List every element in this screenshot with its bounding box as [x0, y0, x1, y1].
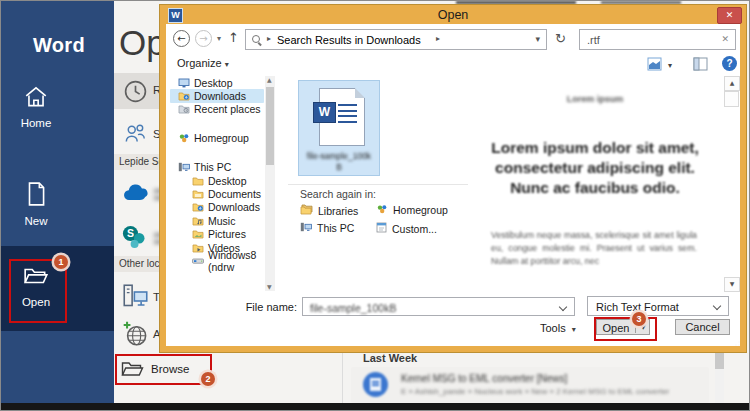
tree-item-label: Desktop [194, 77, 233, 89]
tree-item[interactable]: Homegroup [170, 131, 264, 144]
home-icon [23, 95, 49, 112]
tree-item-selected[interactable]: Downloads [170, 89, 264, 102]
scroll-up-icon[interactable]: ▲ [267, 77, 272, 83]
tree-item-label: Music [208, 215, 235, 227]
search-again-label: This PC [317, 222, 354, 234]
back-button[interactable]: ← [173, 30, 190, 47]
file-type-select[interactable]: Rich Text Format [587, 296, 729, 316]
pictures-folder-icon [192, 229, 204, 239]
tree-scrollbar[interactable]: ▲ ▼ [265, 76, 275, 291]
scroll-down-icon[interactable]: ▼ [267, 284, 272, 290]
help-icon[interactable]: ? [722, 56, 737, 71]
close-icon[interactable]: ✕ [717, 7, 742, 24]
recent-files-group-header: Last Week [363, 352, 417, 364]
homegroup-icon [376, 204, 388, 216]
tree-item-label: Downloads [208, 201, 260, 213]
search-again-thispc[interactable]: This PC [300, 222, 354, 234]
scroll-down-icon[interactable]: ▼ [724, 277, 740, 292]
backstage-divider [342, 349, 343, 405]
combo-dropdown-icon[interactable] [559, 303, 567, 311]
tools-menu[interactable]: Tools ▾ [540, 322, 576, 334]
refresh-icon[interactable]: ↻ [555, 32, 566, 45]
address-bar[interactable]: ▸ Search Results in Downloads ▸ ▾ [245, 29, 547, 50]
file-name-combobox[interactable]: file-sample_100kB [302, 297, 575, 316]
preview-pane: Lorem ipsum Lorem ipsum dolor sit amet, … [481, 76, 723, 292]
this-pc-icon [300, 222, 312, 234]
this-pc-icon [178, 162, 190, 172]
tree-item-label: Documents [208, 188, 261, 200]
cancel-button[interactable]: Cancel [675, 319, 730, 335]
file-name-label: File name: [232, 301, 297, 313]
preview-pane-icon[interactable] [693, 57, 708, 73]
open-file-dialog: W Open ✕ ← → ▾ ↑ ▸ Search Results in Dow… [159, 4, 747, 353]
organize-menu[interactable]: Organize ▾ [177, 57, 229, 69]
sharepoint-icon: S [120, 224, 148, 254]
address-breadcrumb[interactable]: Search Results in Downloads [277, 34, 421, 46]
downloads-folder-icon [178, 91, 190, 101]
sidebar-item-label: New [3, 215, 69, 227]
search-again-custom[interactable]: Custom... [376, 222, 437, 235]
change-view-icon[interactable] [647, 57, 662, 73]
dialog-titlebar[interactable]: W Open ✕ [160, 5, 746, 24]
new-document-icon [25, 193, 47, 210]
tree-item[interactable]: Recent places [170, 103, 264, 116]
search-box[interactable]: .rtf ✕ [579, 29, 736, 50]
tree-item-label: Desktop [208, 175, 247, 187]
recent-file-list-item[interactable]: Kernel MSG to EML converter [News] E » A… [351, 367, 709, 403]
annotation-box-step3 [594, 317, 657, 341]
tree-item-label: Homegroup [194, 132, 249, 144]
tree-item[interactable]: Windows8 (ndrw [170, 254, 264, 267]
search-input-value[interactable]: .rtf [587, 34, 600, 46]
tree-item-label: This PC [194, 161, 231, 173]
app-title: Word [33, 34, 85, 57]
videos-folder-icon [192, 243, 204, 253]
crumb-separator-icon: ▸ [267, 35, 271, 43]
annotation-box-step2 [115, 354, 212, 385]
homegroup-icon [178, 133, 190, 143]
svg-text:S: S [127, 227, 134, 239]
scroll-up-icon[interactable]: ▲ [724, 76, 740, 91]
tree-item[interactable]: This PC [170, 161, 264, 174]
tree-item[interactable]: Desktop [170, 76, 264, 89]
tree-item-label: Pictures [208, 228, 246, 240]
tree-item[interactable]: Music [170, 214, 264, 227]
folder-icon [192, 189, 204, 199]
tree-item-label: Downloads [194, 90, 246, 102]
preview-heading: Lorem ipsum [481, 94, 709, 104]
clock-icon [123, 79, 148, 108]
file-name-value[interactable]: file-sample_100kB [310, 302, 396, 314]
search-again-header: Search again in: [300, 188, 376, 200]
clear-search-icon[interactable]: ✕ [721, 35, 729, 44]
search-again-homegroup[interactable]: Homegroup [376, 204, 448, 216]
resize-grip[interactable] [732, 338, 738, 344]
tools-dropdown-icon: ▾ [572, 325, 576, 334]
sidebar-item-new[interactable]: New [3, 181, 69, 227]
word-document-icon: W [319, 88, 365, 146]
forward-button[interactable]: → [195, 30, 212, 47]
recent-file-title: Kernel MSG to EML converter [News] [401, 373, 567, 384]
tree-item[interactable]: Pictures [170, 228, 264, 241]
sidebar-item-home[interactable]: Home [3, 85, 69, 129]
globe-add-icon [122, 320, 149, 351]
search-again-label: Homegroup [393, 204, 448, 216]
address-dropdown-icon[interactable]: ▾ [535, 35, 540, 44]
file-tile-label: file-sample_100k [299, 151, 379, 161]
crumb-separator-icon: ▸ [436, 35, 440, 43]
tree-item[interactable]: Desktop [170, 174, 264, 187]
up-button[interactable]: ↑ [228, 31, 239, 44]
people-icon [122, 121, 148, 151]
preview-scrollbar[interactable]: ▲ ▼ [724, 76, 738, 292]
custom-location-icon [376, 222, 387, 235]
word-backstage-sidebar: Word Home New Open [1, 1, 114, 405]
history-dropdown-icon[interactable]: ▾ [217, 35, 221, 43]
file-tile-label: B [299, 162, 379, 172]
tree-item[interactable]: Downloads [170, 201, 264, 214]
file-tile-selected[interactable]: W file-sample_100k B [298, 80, 380, 176]
drive-icon [192, 256, 204, 266]
tree-item[interactable]: Documents [170, 187, 264, 200]
search-again-libraries[interactable]: Libraries [300, 204, 358, 217]
backstage-scrollbar[interactable] [715, 349, 724, 405]
folder-icon [192, 176, 204, 186]
sidebar-item-label: Home [3, 117, 69, 129]
view-dropdown-icon[interactable]: ▾ [668, 62, 672, 70]
